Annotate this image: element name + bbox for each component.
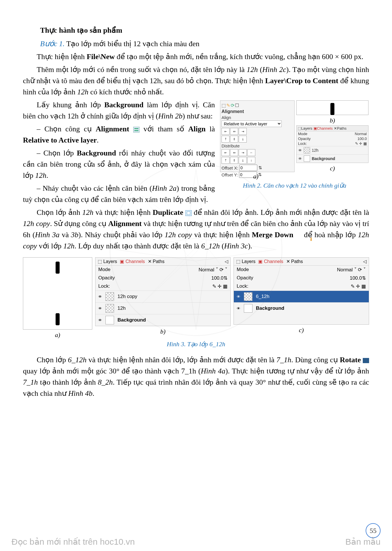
- dist-left-icon[interactable]: ⇤: [222, 149, 230, 156]
- alignment-panel: ⬚ ✎ ⟳ ☐ Alignment Align Relative to Acti…: [220, 100, 295, 172]
- mark-bottom: [56, 313, 60, 325]
- lock-icons: ✎ ✛ ▦: [351, 283, 366, 289]
- canvas-preview-b: [296, 100, 369, 115]
- alignment-tool-icon: [133, 127, 140, 133]
- layer-item-12h[interactable]: 👁 12h: [95, 302, 230, 314]
- layer-thumb: [105, 316, 114, 324]
- merge-down-icon: [295, 233, 302, 238]
- eye-icon[interactable]: 👁: [98, 306, 102, 311]
- figure-3: a) ⬚ Layers ▣ Channels ✕ Paths ◁ ModeNor…: [23, 257, 369, 339]
- align-right-icon[interactable]: ⇥: [239, 128, 247, 135]
- dist-vfill-icon[interactable]: ↕: [247, 157, 255, 164]
- layers-panel-b: ⬚ Layers ▣ Channels ✕ Paths ◁ ModeNormal…: [95, 257, 231, 326]
- align-target-select[interactable]: Relative to Active layer: [222, 120, 282, 127]
- align-hcenter-icon[interactable]: ⇔: [230, 128, 238, 135]
- toolopt-icon2: ✎: [226, 103, 230, 108]
- dist-top-icon[interactable]: ⤒: [222, 157, 230, 164]
- dist-vcenter-icon[interactable]: ⇕: [230, 157, 238, 164]
- fig2-b-label: b): [296, 117, 369, 124]
- toolopt-icon4: ☐: [235, 103, 239, 108]
- eye-icon[interactable]: 👁: [237, 306, 240, 311]
- lock-icons: ✎ ✛ ▦: [355, 141, 367, 146]
- eye-icon[interactable]: 👁: [298, 157, 302, 161]
- paragraph-2: Thêm một lớp mới có nền trong suốt và ch…: [23, 64, 369, 98]
- align-sublabel: Align: [222, 115, 293, 120]
- channels-tab[interactable]: ▣ Channels: [120, 259, 145, 264]
- eye-icon[interactable]: 👁: [237, 295, 240, 299]
- paragraph-4: Chọn lớp ảnh 12h và thực hiện lệnh Dupli…: [23, 207, 369, 252]
- layer-item-12h[interactable]: 👁 12h: [297, 146, 368, 154]
- offset-x-input[interactable]: [239, 165, 257, 171]
- spinner-icon[interactable]: ⇅: [258, 165, 262, 170]
- align-bottom-icon[interactable]: ⤓: [239, 136, 247, 143]
- fig3-c-label: c): [234, 326, 369, 334]
- dist-hcenter-icon[interactable]: ⇔: [230, 149, 238, 156]
- paragraph-1: Thực hiện lệnh File\New để tạo một tệp ả…: [23, 51, 369, 62]
- duplicate-icon: [185, 210, 192, 216]
- fig3-a-label: a): [23, 331, 92, 339]
- layers-tab[interactable]: ⬚ Layers: [98, 259, 117, 264]
- spinner-icon[interactable]: ⇅: [258, 172, 262, 177]
- layer-item-background[interactable]: 👁 Background: [234, 302, 369, 314]
- rotate-tool-icon: [363, 358, 369, 363]
- footer-left: Đọc bản mới nhất trên hoc10.vn: [11, 537, 135, 547]
- fig3-b-label: b): [95, 328, 231, 335]
- channels-tab[interactable]: ▣ Channels: [258, 259, 283, 264]
- panel-menu-icon[interactable]: ◁: [363, 259, 366, 264]
- footer-right: Bản mẫu: [345, 537, 381, 547]
- step-label: Bước 1.: [40, 40, 64, 48]
- page-number: 55: [366, 523, 381, 538]
- layer-thumb: [105, 304, 114, 313]
- panel-menu-icon[interactable]: ◁: [225, 259, 228, 264]
- toolopt-icon: ⬚: [222, 103, 226, 108]
- canvas-preview-a: [23, 257, 92, 330]
- lock-icons: ✎ ✛ ▦: [212, 283, 228, 289]
- layer-thumb: [105, 292, 114, 301]
- layers-panel-c: ⬚ Layers ▣ Channels ✕ Paths ◁ ModeNormal…: [234, 257, 369, 325]
- layers-tab[interactable]: ⬚Layers: [298, 126, 312, 131]
- align-left-icon[interactable]: ⇤: [222, 128, 230, 135]
- mark-top: [56, 262, 60, 274]
- mark-12h: [330, 103, 334, 115]
- step-line: Bước 1. Tạo lớp mới biểu thị 12 vạch chi…: [23, 38, 369, 49]
- eye-icon[interactable]: 👁: [98, 318, 102, 322]
- offset-x-label: Offset X:: [222, 166, 238, 170]
- figure-2: ⬚ ✎ ⟳ ☐ Alignment Align Relative to Acti…: [220, 100, 369, 189]
- layer-item-12h-copy[interactable]: 👁 12h copy: [95, 291, 230, 302]
- fig2-c-label: c): [296, 165, 369, 172]
- dist-right-icon[interactable]: ⇥: [239, 149, 247, 156]
- align-vcenter-icon[interactable]: ⇕: [230, 136, 238, 143]
- eye-icon[interactable]: 👁: [298, 148, 302, 153]
- dist-bottom-icon[interactable]: ⤓: [239, 157, 247, 164]
- paths-tab[interactable]: ✕ Paths: [286, 259, 303, 264]
- align-top-icon[interactable]: ⤒: [222, 136, 230, 143]
- alignment-header: Alignment: [222, 109, 293, 114]
- offset-y-label: Offset Y:: [222, 172, 238, 177]
- paragraph-5: Chọn lớp 6_12h và thực hiện lệnh nhân đô…: [23, 354, 369, 399]
- layer-thumb: [304, 155, 310, 162]
- fig2-caption: Hình 2. Căn cho vạch 12 vào chính giữa: [220, 182, 369, 189]
- paths-tab[interactable]: ✕ Paths: [148, 259, 164, 264]
- layer-thumb: [304, 147, 310, 153]
- layer-thumb: [244, 304, 252, 313]
- toolopt-icon3: ⟳: [231, 103, 234, 108]
- paths-tab[interactable]: ✕Paths: [334, 126, 346, 131]
- layer-thumb: [244, 292, 252, 301]
- layer-item-6-12h[interactable]: 👁 6_12h: [234, 291, 369, 302]
- distribute-label: Distribute: [222, 143, 293, 148]
- layer-item-background[interactable]: 👁 Background: [297, 154, 368, 163]
- eye-icon[interactable]: 👁: [98, 295, 102, 299]
- layer-item-background[interactable]: 👁 Background: [95, 314, 230, 326]
- layers-panel-small: ⬚Layers ▣Channels ✕Paths ModeNormal Opac…: [296, 125, 369, 163]
- channels-tab[interactable]: ▣Channels: [313, 126, 333, 131]
- dist-hfill-icon[interactable]: ↔: [247, 149, 255, 156]
- section-title: Thực hành tạo sản phẩm: [23, 26, 369, 35]
- fig3-caption: Hình 3. Tạo lớp 6_12h: [23, 340, 369, 348]
- layers-tab[interactable]: ⬚ Layers: [236, 259, 255, 264]
